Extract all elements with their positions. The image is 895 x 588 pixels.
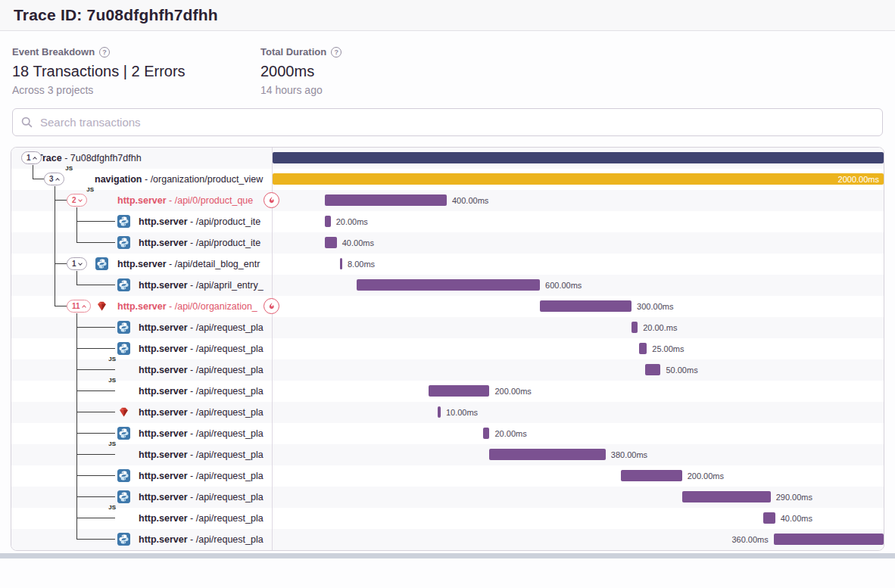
help-icon[interactable]: ? — [331, 47, 341, 58]
duration-bar[interactable] — [325, 237, 337, 248]
trace-row[interactable]: http.server - /api/request_pla 290.00ms — [11, 487, 884, 508]
duration-bar[interactable] — [763, 512, 775, 524]
transaction-description: /api/request_pla — [196, 386, 264, 397]
duration-label: 40.00ms — [342, 232, 374, 254]
transaction-description: /api/request_pla — [196, 450, 264, 460]
duration-bar[interactable] — [340, 258, 342, 269]
duration-bar[interactable] — [621, 470, 682, 481]
python-icon — [117, 278, 130, 291]
trace-row-timeline: 400.00ms — [273, 190, 884, 211]
duration-bar[interactable] — [325, 194, 447, 206]
horizontal-scrollbar[interactable] — [0, 553, 895, 558]
python-icon — [117, 427, 130, 440]
trace-row[interactable]: http.server - /api/request_pla 200.00ms — [11, 465, 884, 487]
duration-bar[interactable] — [357, 279, 540, 291]
chevron-icon — [33, 157, 37, 161]
duration-bar[interactable] — [645, 364, 660, 375]
trace-row-left: http.server - /api/request_pla — [11, 487, 272, 508]
trace-row[interactable]: http.server - /api/april_entry_ 600.00ms — [11, 275, 884, 296]
trace-row-left: http.server - /api/request_pla — [11, 338, 272, 359]
trace-row[interactable]: http.server - /api/request_pla 360.00ms — [11, 529, 884, 550]
span-count: 1 — [72, 260, 76, 268]
operation-name: http.server — [139, 365, 188, 375]
transaction-title: Trace - 7u08dfghfh7dfhh — [37, 148, 142, 169]
duration-bar[interactable] — [273, 152, 884, 163]
operation-name: http.server — [117, 301, 167, 312]
duration-bar[interactable] — [429, 385, 490, 397]
trace-row[interactable]: JS http.server - /api/request_pla 200.00… — [11, 381, 884, 402]
duration-bar[interactable] — [489, 449, 605, 460]
trace-row[interactable]: JS http.server - /api/request_pla 40.00m… — [11, 508, 884, 529]
span-count-pill[interactable]: 11 — [67, 300, 91, 313]
duration-bar[interactable] — [631, 322, 638, 333]
trace-row[interactable]: JS http.server - /api/request_pla 380.00… — [11, 444, 884, 465]
error-fire-icon[interactable] — [264, 192, 279, 208]
duration-label: 20.00ms — [336, 211, 368, 232]
duration-bar[interactable] — [682, 491, 771, 502]
transaction-title: http.server - /api/0/product_que — [117, 190, 253, 211]
trace-row-left: JS http.server - /api/request_pla — [11, 381, 272, 402]
transaction-description: /api/request_pla — [196, 471, 264, 481]
trace-row[interactable]: 1 Trace - 7u08dfghfh7dfhh — [11, 148, 884, 169]
trace-row-timeline: 360.00ms — [273, 529, 884, 550]
trace-row-left: http.server - /api/request_pla — [11, 529, 272, 550]
transaction-title: http.server - /api/request_pla — [139, 402, 264, 423]
transaction-title: http.server - /api/request_pla — [139, 359, 264, 381]
transaction-title: http.server - /api/0/organization_ — [117, 296, 257, 317]
duration-bar[interactable] — [325, 216, 331, 227]
event-breakdown-label-row: Event Breakdown ? — [12, 46, 260, 58]
duration-label: 25.00ms — [652, 338, 684, 359]
js-icon: JS — [117, 448, 130, 461]
duration-bar[interactable] — [639, 343, 647, 354]
transaction-title: http.server - /api/request_pla — [139, 487, 264, 508]
duration-bar[interactable] — [438, 406, 441, 418]
transaction-description: /organization/product_view — [151, 174, 264, 185]
duration-label: 300.00ms — [637, 296, 673, 317]
duration-label: 50.00ms — [666, 359, 697, 381]
chevron-icon — [82, 305, 86, 310]
trace-row[interactable]: http.server - /api/request_pla 20.00ms — [11, 423, 884, 444]
transaction-title: http.server - /api/detail_blog_entr — [117, 254, 260, 275]
help-icon[interactable]: ? — [99, 47, 110, 58]
duration-bar[interactable] — [540, 300, 631, 312]
js-icon: JS — [95, 194, 108, 207]
chevron-icon — [55, 178, 60, 182]
trace-row[interactable]: 11 http.server - /api/0/organization_ 30… — [11, 296, 884, 317]
trace-row[interactable]: 3 JS navigation - /organization/product_… — [11, 169, 884, 190]
duration-bar[interactable] — [774, 534, 884, 545]
span-count-pill[interactable]: 2 — [67, 194, 87, 207]
trace-row[interactable]: http.server - /api/product_ite 20.00ms — [11, 211, 884, 232]
event-breakdown-value: 18 Transactions | 2 Errors — [12, 63, 260, 80]
search-input[interactable] — [12, 108, 883, 136]
total-duration-block: Total Duration ? 2000ms 14 hours ago — [260, 46, 509, 96]
trace-row-left: 2 JS http.server - /api/0/product_que — [11, 190, 272, 211]
trace-row[interactable]: http.server - /api/product_ite 40.00ms — [11, 232, 884, 254]
span-count-pill[interactable]: 1 — [67, 257, 87, 270]
trace-row[interactable]: http.server - /api/request_pla 25.00ms — [11, 338, 884, 359]
trace-row[interactable]: http.server - /api/request_pla 20.00.ms — [11, 317, 884, 338]
operation-name: http.server — [139, 471, 188, 481]
trace-row[interactable]: http.server - /api/request_pla 10.00ms — [11, 402, 884, 423]
transaction-title: navigation - /organization/product_view — [95, 169, 263, 190]
python-icon — [117, 490, 130, 503]
span-count-pill[interactable]: 1 — [21, 151, 42, 164]
python-icon — [117, 533, 130, 546]
trace-row-left: http.server - /api/request_pla — [11, 402, 272, 423]
app-header: Trace ID: 7u08dfghfh7dfhh — [0, 0, 895, 31]
span-count: 3 — [49, 175, 54, 183]
error-fire-icon[interactable] — [264, 298, 279, 314]
duration-bar[interactable] — [273, 173, 884, 185]
python-icon — [117, 469, 130, 482]
trace-row[interactable]: 2 JS http.server - /api/0/product_que 40… — [11, 190, 884, 211]
operation-name: http.server — [117, 195, 167, 206]
trace-row-timeline: 25.00ms — [273, 338, 884, 359]
js-icon: JS — [74, 173, 87, 185]
operation-name: http.server — [139, 344, 188, 354]
duration-bar[interactable] — [483, 428, 489, 439]
trace-row-left: http.server - /api/product_ite — [11, 232, 272, 254]
trace-row[interactable]: JS http.server - /api/request_pla 50.00m… — [11, 359, 884, 381]
transaction-title: http.server - /api/request_pla — [139, 444, 264, 465]
span-count-pill[interactable]: 3 — [44, 173, 64, 185]
trace-row[interactable]: 1 http.server - /api/detail_blog_entr 8.… — [11, 254, 884, 275]
trace-row-left: JS http.server - /api/request_pla — [11, 444, 272, 465]
